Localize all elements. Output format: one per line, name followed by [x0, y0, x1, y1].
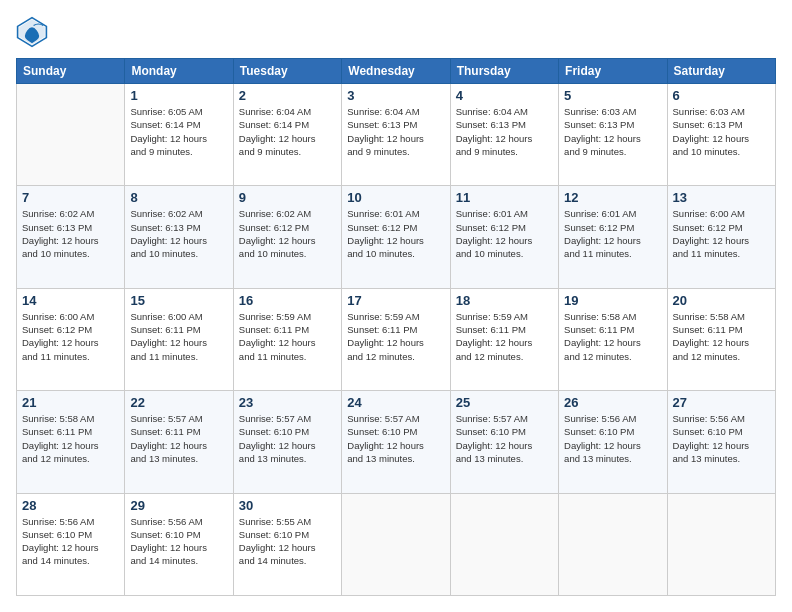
day-number: 14	[22, 293, 119, 308]
day-info: Sunrise: 6:00 AM Sunset: 6:12 PM Dayligh…	[22, 310, 119, 363]
day-number: 6	[673, 88, 770, 103]
calendar-cell	[667, 493, 775, 595]
day-number: 15	[130, 293, 227, 308]
day-number: 30	[239, 498, 336, 513]
calendar-cell: 24Sunrise: 5:57 AM Sunset: 6:10 PM Dayli…	[342, 391, 450, 493]
day-number: 3	[347, 88, 444, 103]
calendar-header-row: SundayMondayTuesdayWednesdayThursdayFrid…	[17, 59, 776, 84]
day-number: 1	[130, 88, 227, 103]
day-number: 11	[456, 190, 553, 205]
day-info: Sunrise: 6:05 AM Sunset: 6:14 PM Dayligh…	[130, 105, 227, 158]
weekday-header-tuesday: Tuesday	[233, 59, 341, 84]
day-number: 23	[239, 395, 336, 410]
day-number: 28	[22, 498, 119, 513]
logo-icon	[16, 16, 48, 48]
calendar-week-row: 7Sunrise: 6:02 AM Sunset: 6:13 PM Daylig…	[17, 186, 776, 288]
logo	[16, 16, 52, 48]
day-number: 4	[456, 88, 553, 103]
day-number: 29	[130, 498, 227, 513]
weekday-header-monday: Monday	[125, 59, 233, 84]
day-number: 16	[239, 293, 336, 308]
calendar-cell: 5Sunrise: 6:03 AM Sunset: 6:13 PM Daylig…	[559, 84, 667, 186]
day-number: 21	[22, 395, 119, 410]
header	[16, 16, 776, 48]
day-number: 24	[347, 395, 444, 410]
calendar-cell: 20Sunrise: 5:58 AM Sunset: 6:11 PM Dayli…	[667, 288, 775, 390]
day-info: Sunrise: 5:59 AM Sunset: 6:11 PM Dayligh…	[347, 310, 444, 363]
day-info: Sunrise: 5:58 AM Sunset: 6:11 PM Dayligh…	[673, 310, 770, 363]
calendar-cell: 14Sunrise: 6:00 AM Sunset: 6:12 PM Dayli…	[17, 288, 125, 390]
calendar-cell: 7Sunrise: 6:02 AM Sunset: 6:13 PM Daylig…	[17, 186, 125, 288]
weekday-header-thursday: Thursday	[450, 59, 558, 84]
day-info: Sunrise: 5:59 AM Sunset: 6:11 PM Dayligh…	[456, 310, 553, 363]
day-number: 7	[22, 190, 119, 205]
calendar-week-row: 21Sunrise: 5:58 AM Sunset: 6:11 PM Dayli…	[17, 391, 776, 493]
calendar-cell	[450, 493, 558, 595]
weekday-header-friday: Friday	[559, 59, 667, 84]
day-info: Sunrise: 5:59 AM Sunset: 6:11 PM Dayligh…	[239, 310, 336, 363]
day-info: Sunrise: 6:01 AM Sunset: 6:12 PM Dayligh…	[564, 207, 661, 260]
day-number: 25	[456, 395, 553, 410]
calendar-cell: 12Sunrise: 6:01 AM Sunset: 6:12 PM Dayli…	[559, 186, 667, 288]
calendar-cell: 28Sunrise: 5:56 AM Sunset: 6:10 PM Dayli…	[17, 493, 125, 595]
day-info: Sunrise: 6:04 AM Sunset: 6:13 PM Dayligh…	[347, 105, 444, 158]
weekday-header-wednesday: Wednesday	[342, 59, 450, 84]
day-number: 26	[564, 395, 661, 410]
calendar-cell: 25Sunrise: 5:57 AM Sunset: 6:10 PM Dayli…	[450, 391, 558, 493]
calendar-cell	[559, 493, 667, 595]
day-info: Sunrise: 6:03 AM Sunset: 6:13 PM Dayligh…	[673, 105, 770, 158]
day-info: Sunrise: 5:58 AM Sunset: 6:11 PM Dayligh…	[564, 310, 661, 363]
calendar-cell: 22Sunrise: 5:57 AM Sunset: 6:11 PM Dayli…	[125, 391, 233, 493]
calendar-cell: 29Sunrise: 5:56 AM Sunset: 6:10 PM Dayli…	[125, 493, 233, 595]
day-info: Sunrise: 6:02 AM Sunset: 6:12 PM Dayligh…	[239, 207, 336, 260]
day-number: 8	[130, 190, 227, 205]
calendar-cell: 8Sunrise: 6:02 AM Sunset: 6:13 PM Daylig…	[125, 186, 233, 288]
day-number: 2	[239, 88, 336, 103]
day-info: Sunrise: 6:00 AM Sunset: 6:12 PM Dayligh…	[673, 207, 770, 260]
calendar-cell: 6Sunrise: 6:03 AM Sunset: 6:13 PM Daylig…	[667, 84, 775, 186]
calendar-cell	[342, 493, 450, 595]
day-info: Sunrise: 6:03 AM Sunset: 6:13 PM Dayligh…	[564, 105, 661, 158]
calendar-cell: 16Sunrise: 5:59 AM Sunset: 6:11 PM Dayli…	[233, 288, 341, 390]
calendar-cell	[17, 84, 125, 186]
calendar-cell: 9Sunrise: 6:02 AM Sunset: 6:12 PM Daylig…	[233, 186, 341, 288]
day-info: Sunrise: 5:57 AM Sunset: 6:11 PM Dayligh…	[130, 412, 227, 465]
day-info: Sunrise: 5:56 AM Sunset: 6:10 PM Dayligh…	[673, 412, 770, 465]
day-info: Sunrise: 6:01 AM Sunset: 6:12 PM Dayligh…	[456, 207, 553, 260]
day-number: 27	[673, 395, 770, 410]
calendar-cell: 18Sunrise: 5:59 AM Sunset: 6:11 PM Dayli…	[450, 288, 558, 390]
calendar-cell: 19Sunrise: 5:58 AM Sunset: 6:11 PM Dayli…	[559, 288, 667, 390]
day-number: 19	[564, 293, 661, 308]
day-info: Sunrise: 5:57 AM Sunset: 6:10 PM Dayligh…	[239, 412, 336, 465]
calendar-cell: 26Sunrise: 5:56 AM Sunset: 6:10 PM Dayli…	[559, 391, 667, 493]
day-number: 20	[673, 293, 770, 308]
calendar-cell: 23Sunrise: 5:57 AM Sunset: 6:10 PM Dayli…	[233, 391, 341, 493]
day-info: Sunrise: 6:02 AM Sunset: 6:13 PM Dayligh…	[130, 207, 227, 260]
calendar-cell: 21Sunrise: 5:58 AM Sunset: 6:11 PM Dayli…	[17, 391, 125, 493]
calendar-cell: 1Sunrise: 6:05 AM Sunset: 6:14 PM Daylig…	[125, 84, 233, 186]
day-info: Sunrise: 5:57 AM Sunset: 6:10 PM Dayligh…	[347, 412, 444, 465]
day-number: 18	[456, 293, 553, 308]
calendar-cell: 15Sunrise: 6:00 AM Sunset: 6:11 PM Dayli…	[125, 288, 233, 390]
page: SundayMondayTuesdayWednesdayThursdayFrid…	[0, 0, 792, 612]
day-info: Sunrise: 5:57 AM Sunset: 6:10 PM Dayligh…	[456, 412, 553, 465]
day-number: 13	[673, 190, 770, 205]
calendar-cell: 17Sunrise: 5:59 AM Sunset: 6:11 PM Dayli…	[342, 288, 450, 390]
calendar-week-row: 28Sunrise: 5:56 AM Sunset: 6:10 PM Dayli…	[17, 493, 776, 595]
day-info: Sunrise: 6:01 AM Sunset: 6:12 PM Dayligh…	[347, 207, 444, 260]
calendar-cell: 13Sunrise: 6:00 AM Sunset: 6:12 PM Dayli…	[667, 186, 775, 288]
calendar-week-row: 14Sunrise: 6:00 AM Sunset: 6:12 PM Dayli…	[17, 288, 776, 390]
calendar-cell: 11Sunrise: 6:01 AM Sunset: 6:12 PM Dayli…	[450, 186, 558, 288]
calendar-cell: 2Sunrise: 6:04 AM Sunset: 6:14 PM Daylig…	[233, 84, 341, 186]
day-info: Sunrise: 5:56 AM Sunset: 6:10 PM Dayligh…	[130, 515, 227, 568]
calendar-cell: 30Sunrise: 5:55 AM Sunset: 6:10 PM Dayli…	[233, 493, 341, 595]
day-info: Sunrise: 6:02 AM Sunset: 6:13 PM Dayligh…	[22, 207, 119, 260]
day-info: Sunrise: 5:56 AM Sunset: 6:10 PM Dayligh…	[564, 412, 661, 465]
weekday-header-sunday: Sunday	[17, 59, 125, 84]
day-number: 22	[130, 395, 227, 410]
day-info: Sunrise: 6:04 AM Sunset: 6:13 PM Dayligh…	[456, 105, 553, 158]
day-number: 9	[239, 190, 336, 205]
calendar-week-row: 1Sunrise: 6:05 AM Sunset: 6:14 PM Daylig…	[17, 84, 776, 186]
day-number: 12	[564, 190, 661, 205]
calendar-cell: 27Sunrise: 5:56 AM Sunset: 6:10 PM Dayli…	[667, 391, 775, 493]
